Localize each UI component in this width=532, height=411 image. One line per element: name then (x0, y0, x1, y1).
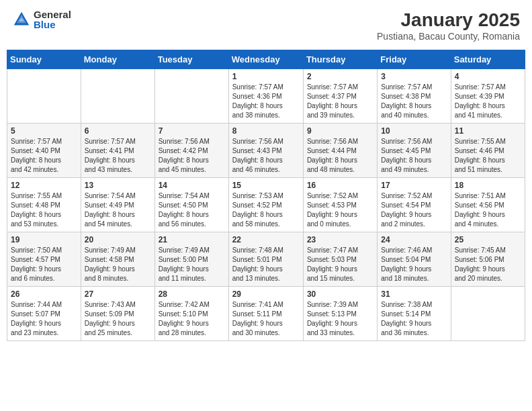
calendar-day-cell: 1Sunrise: 7:57 AM Sunset: 4:36 PM Daylig… (228, 69, 303, 124)
day-info: Sunrise: 7:56 AM Sunset: 4:43 PM Dayligh… (232, 137, 300, 175)
day-info: Sunrise: 7:56 AM Sunset: 4:42 PM Dayligh… (159, 137, 225, 175)
day-info: Sunrise: 7:57 AM Sunset: 4:39 PM Dayligh… (455, 83, 521, 120)
calendar-day-cell: 31Sunrise: 7:38 AM Sunset: 5:14 PM Dayli… (378, 287, 451, 341)
day-info: Sunrise: 7:57 AM Sunset: 4:36 PM Dayligh… (232, 83, 300, 120)
calendar-week-row: 1Sunrise: 7:57 AM Sunset: 4:36 PM Daylig… (7, 69, 525, 124)
calendar-day-cell: 22Sunrise: 7:48 AM Sunset: 5:01 PM Dayli… (228, 232, 303, 287)
calendar-day-cell: 25Sunrise: 7:45 AM Sunset: 5:06 PM Dayli… (451, 232, 525, 287)
title-block: January 2025 Pustiana, Bacau County, Rom… (377, 9, 520, 42)
calendar-day-cell: 2Sunrise: 7:57 AM Sunset: 4:37 PM Daylig… (303, 69, 377, 124)
day-number: 20 (85, 235, 151, 244)
column-header-friday: Friday (378, 50, 451, 69)
day-info: Sunrise: 7:57 AM Sunset: 4:38 PM Dayligh… (381, 83, 447, 120)
calendar-day-cell: 13Sunrise: 7:54 AM Sunset: 4:49 PM Dayli… (81, 178, 154, 232)
day-info: Sunrise: 7:52 AM Sunset: 4:53 PM Dayligh… (307, 191, 373, 229)
calendar-week-row: 12Sunrise: 7:55 AM Sunset: 4:48 PM Dayli… (7, 178, 525, 232)
day-number: 31 (381, 289, 447, 299)
calendar-day-cell: 27Sunrise: 7:43 AM Sunset: 5:09 PM Dayli… (81, 287, 154, 341)
calendar-day-cell: 5Sunrise: 7:57 AM Sunset: 4:40 PM Daylig… (7, 124, 81, 178)
calendar-day-cell: 14Sunrise: 7:54 AM Sunset: 4:50 PM Dayli… (154, 178, 228, 232)
day-info: Sunrise: 7:55 AM Sunset: 4:46 PM Dayligh… (455, 137, 521, 175)
calendar-day-cell: 19Sunrise: 7:50 AM Sunset: 4:57 PM Dayli… (7, 232, 81, 287)
day-info: Sunrise: 7:54 AM Sunset: 4:49 PM Dayligh… (85, 191, 151, 229)
empty-cell (154, 69, 228, 124)
calendar-day-cell: 16Sunrise: 7:52 AM Sunset: 4:53 PM Dayli… (303, 178, 377, 232)
day-number: 8 (232, 126, 300, 136)
day-number: 24 (381, 235, 447, 244)
day-info: Sunrise: 7:47 AM Sunset: 5:03 PM Dayligh… (307, 246, 373, 283)
logo-general-text: General (34, 9, 71, 19)
day-info: Sunrise: 7:57 AM Sunset: 4:37 PM Dayligh… (307, 83, 373, 120)
day-info: Sunrise: 7:45 AM Sunset: 5:06 PM Dayligh… (455, 246, 521, 283)
calendar-day-cell: 28Sunrise: 7:42 AM Sunset: 5:10 PM Dayli… (154, 287, 228, 341)
day-number: 25 (455, 235, 521, 244)
day-info: Sunrise: 7:48 AM Sunset: 5:01 PM Dayligh… (232, 246, 300, 283)
calendar-week-row: 19Sunrise: 7:50 AM Sunset: 4:57 PM Dayli… (7, 232, 525, 287)
day-info: Sunrise: 7:51 AM Sunset: 4:56 PM Dayligh… (455, 191, 521, 229)
day-info: Sunrise: 7:42 AM Sunset: 5:10 PM Dayligh… (159, 300, 225, 338)
day-info: Sunrise: 7:41 AM Sunset: 5:11 PM Dayligh… (232, 300, 300, 338)
empty-cell (81, 69, 154, 124)
calendar-day-cell: 17Sunrise: 7:52 AM Sunset: 4:54 PM Dayli… (378, 178, 451, 232)
calendar-day-cell: 23Sunrise: 7:47 AM Sunset: 5:03 PM Dayli… (303, 232, 377, 287)
day-number: 19 (11, 235, 77, 244)
day-number: 28 (159, 289, 225, 299)
day-number: 21 (159, 235, 225, 244)
logo-blue-text: Blue (34, 19, 71, 30)
day-number: 13 (85, 181, 151, 190)
calendar-day-cell: 4Sunrise: 7:57 AM Sunset: 4:39 PM Daylig… (451, 69, 525, 124)
day-number: 4 (455, 72, 521, 81)
day-number: 26 (11, 289, 77, 299)
day-number: 6 (85, 126, 151, 136)
day-info: Sunrise: 7:53 AM Sunset: 4:52 PM Dayligh… (232, 191, 300, 229)
day-info: Sunrise: 7:39 AM Sunset: 5:13 PM Dayligh… (307, 300, 373, 338)
calendar-day-cell: 24Sunrise: 7:46 AM Sunset: 5:04 PM Dayli… (378, 232, 451, 287)
calendar-table: SundayMondayTuesdayWednesdayThursdayFrid… (7, 50, 525, 341)
logo-text: General Blue (34, 9, 71, 30)
day-number: 12 (11, 181, 77, 190)
day-number: 23 (307, 235, 373, 244)
calendar-day-cell: 30Sunrise: 7:39 AM Sunset: 5:13 PM Dayli… (303, 287, 377, 341)
logo: General Blue (12, 9, 71, 30)
column-header-wednesday: Wednesday (228, 50, 303, 69)
column-header-saturday: Saturday (451, 50, 525, 69)
calendar-day-cell: 9Sunrise: 7:56 AM Sunset: 4:44 PM Daylig… (303, 124, 377, 178)
day-number: 9 (307, 126, 373, 136)
day-number: 16 (307, 181, 373, 190)
calendar-header-row: SundayMondayTuesdayWednesdayThursdayFrid… (7, 50, 525, 69)
day-info: Sunrise: 7:56 AM Sunset: 4:45 PM Dayligh… (381, 137, 447, 175)
day-number: 3 (381, 72, 447, 81)
calendar-title: January 2025 (377, 9, 520, 31)
calendar-day-cell: 7Sunrise: 7:56 AM Sunset: 4:42 PM Daylig… (154, 124, 228, 178)
day-number: 18 (455, 181, 521, 190)
day-info: Sunrise: 7:50 AM Sunset: 4:57 PM Dayligh… (11, 246, 77, 283)
day-number: 5 (11, 126, 77, 136)
day-number: 27 (85, 289, 151, 299)
day-info: Sunrise: 7:56 AM Sunset: 4:44 PM Dayligh… (307, 137, 373, 175)
calendar-day-cell: 15Sunrise: 7:53 AM Sunset: 4:52 PM Dayli… (228, 178, 303, 232)
day-info: Sunrise: 7:52 AM Sunset: 4:54 PM Dayligh… (381, 191, 447, 229)
day-info: Sunrise: 7:43 AM Sunset: 5:09 PM Dayligh… (85, 300, 151, 338)
day-number: 10 (381, 126, 447, 136)
calendar-week-row: 5Sunrise: 7:57 AM Sunset: 4:40 PM Daylig… (7, 124, 525, 178)
day-number: 14 (159, 181, 225, 190)
day-info: Sunrise: 7:49 AM Sunset: 5:00 PM Dayligh… (159, 246, 225, 283)
calendar-day-cell: 26Sunrise: 7:44 AM Sunset: 5:07 PM Dayli… (7, 287, 81, 341)
day-number: 15 (232, 181, 300, 190)
calendar-day-cell: 8Sunrise: 7:56 AM Sunset: 4:43 PM Daylig… (228, 124, 303, 178)
calendar-day-cell: 18Sunrise: 7:51 AM Sunset: 4:56 PM Dayli… (451, 178, 525, 232)
calendar-day-cell: 10Sunrise: 7:56 AM Sunset: 4:45 PM Dayli… (378, 124, 451, 178)
calendar-day-cell: 6Sunrise: 7:57 AM Sunset: 4:41 PM Daylig… (81, 124, 154, 178)
day-info: Sunrise: 7:54 AM Sunset: 4:50 PM Dayligh… (159, 191, 225, 229)
day-info: Sunrise: 7:57 AM Sunset: 4:41 PM Dayligh… (85, 137, 151, 175)
calendar-day-cell: 20Sunrise: 7:49 AM Sunset: 4:58 PM Dayli… (81, 232, 154, 287)
day-number: 22 (232, 235, 300, 244)
column-header-tuesday: Tuesday (154, 50, 228, 69)
calendar-week-row: 26Sunrise: 7:44 AM Sunset: 5:07 PM Dayli… (7, 287, 525, 341)
calendar-subtitle: Pustiana, Bacau County, Romania (377, 31, 520, 42)
column-header-sunday: Sunday (7, 50, 81, 69)
day-number: 7 (159, 126, 225, 136)
day-info: Sunrise: 7:55 AM Sunset: 4:48 PM Dayligh… (11, 191, 77, 229)
column-header-thursday: Thursday (303, 50, 377, 69)
day-number: 11 (455, 126, 521, 136)
